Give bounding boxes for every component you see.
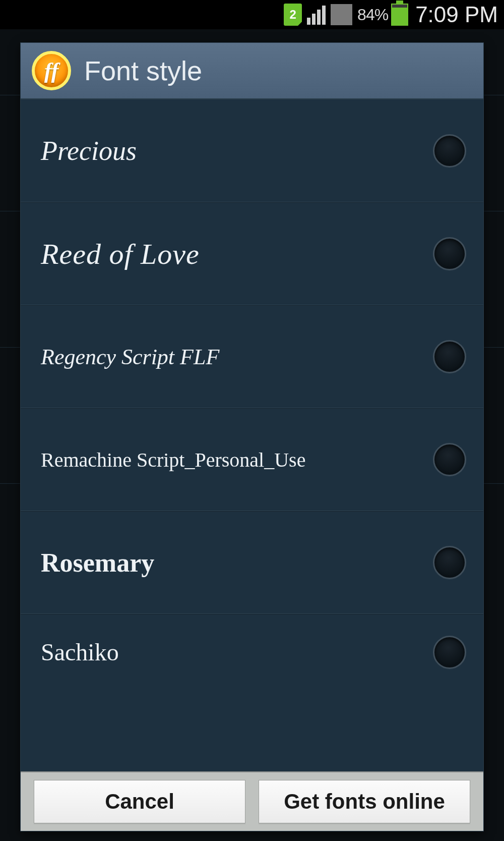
font-label: Reed of Love [41,237,200,271]
font-label: Remachine Script_Personal_Use [41,448,305,472]
font-option-rosemary[interactable]: Rosemary [21,511,483,614]
font-label: Precious [41,135,137,166]
font-option-precious[interactable]: Precious [21,99,483,202]
dialog-header: ff Font style [21,43,483,99]
font-list[interactable]: Precious Reed of Love Regency Script FLF… [21,99,483,771]
font-option-sachiko[interactable]: Sachiko [21,614,483,690]
font-label: Rosemary [41,548,154,578]
button-label: Cancel [105,790,174,814]
app-ff-icon: ff [32,51,71,90]
font-label: Sachiko [41,638,119,666]
sim-number: 2 [289,8,296,22]
button-label: Get fonts online [284,790,445,814]
battery-icon [391,4,408,26]
status-clock: 7:09 PM [415,2,498,27]
signal-strength-icon [307,5,326,25]
radio-button[interactable] [433,134,466,167]
dialog-title: Font style [84,55,202,86]
radio-button[interactable] [433,443,466,476]
signal-strength-secondary-icon [331,4,352,25]
radio-button[interactable] [433,546,466,579]
battery-percentage: 84% [357,6,388,24]
font-option-remachine-script[interactable]: Remachine Script_Personal_Use [21,408,483,511]
status-bar: 2 84% 7:09 PM [0,0,504,29]
cancel-button[interactable]: Cancel [34,780,245,823]
font-option-regency-script[interactable]: Regency Script FLF [21,305,483,408]
font-option-reed-of-love[interactable]: Reed of Love [21,202,483,305]
radio-button[interactable] [433,636,466,669]
dialog-footer: Cancel Get fonts online [21,771,483,831]
font-style-dialog: ff Font style Precious Reed of Love Rege… [20,42,484,831]
sim-card-icon: 2 [284,4,302,26]
radio-button[interactable] [433,237,466,270]
radio-button[interactable] [433,340,466,373]
font-label: Regency Script FLF [41,344,219,370]
get-fonts-online-button[interactable]: Get fonts online [259,780,470,823]
